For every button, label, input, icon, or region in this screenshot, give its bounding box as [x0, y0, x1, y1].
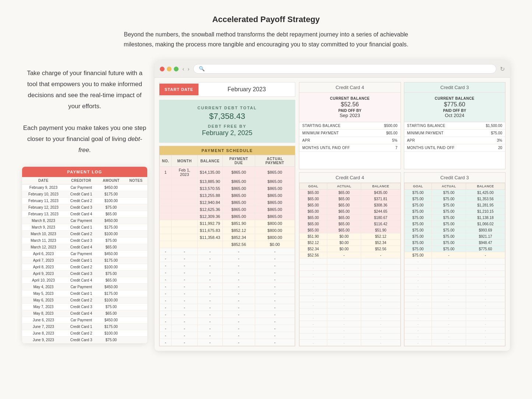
table-row: April 9, 2023Credit Card 3$75.00	[22, 270, 147, 277]
list-item: $75.00$75.00$1,281.95	[404, 202, 505, 208]
table-row: $11,358.43$852.34$800.00	[160, 234, 295, 241]
list-item: ---	[404, 327, 505, 333]
cc4-apr-label: APR	[299, 137, 374, 144]
list-item: $65.00$65.00$116.42	[300, 221, 401, 227]
cc4-column: Credit Card 4 CURRENT BALANCE $52.56 PAI…	[299, 82, 401, 346]
list-item: $65.00$65.00$180.67	[300, 215, 401, 221]
table-row: -----	[160, 283, 295, 290]
left-spreadsheet-panel: START DATE February 2023 CURRENT DEBT TO…	[159, 82, 295, 346]
list-item: ---	[404, 290, 505, 296]
list-item: ---	[300, 271, 401, 277]
list-item: $75.00$75.00$993.69	[404, 227, 505, 233]
dot-red[interactable]	[160, 67, 165, 71]
list-item: ---	[404, 340, 505, 346]
list-item: $75.00$75.00$1,066.02	[404, 221, 505, 227]
payment-schedule-title: PAYMENT SCHEDULE	[159, 146, 295, 155]
cc4-summary: CURRENT BALANCE $52.56 PAID OFF BY Sep 2…	[299, 93, 401, 122]
browser-nav: ‹ ›	[182, 65, 190, 73]
list-item: $75.00$75.00$1,353.56	[404, 196, 505, 202]
table-row: April 10, 2023Credit Card 4$65.00	[22, 277, 147, 283]
list-item: ---	[404, 258, 505, 265]
search-icon: 🔍	[199, 66, 205, 72]
cc3-info-card: Credit Card 3 CURRENT BALANCE $775.60 PA…	[404, 82, 506, 169]
table-row: February 12, 2023Credit Card 3$75.00	[22, 204, 147, 211]
cc3-paidoff-label: PAID OFF BY	[408, 109, 502, 113]
list-item: ---	[404, 283, 505, 290]
payment-log-table: DATE CREDITOR AMOUNT NOTES February 9, 2…	[22, 177, 147, 343]
list-item: ---	[300, 315, 401, 321]
cc4-sched-goal: GOAL	[300, 183, 327, 190]
list-item: $75.00$75.00$1,210.15	[404, 208, 505, 215]
list-item: ---	[404, 271, 505, 277]
log-col-creditor: CREDITOR	[65, 177, 98, 184]
table-row: -----	[160, 269, 295, 276]
list-item: $65.00$65.00$435.00	[300, 190, 401, 196]
subtitle-line1: Beyond the numbers, the snowball method …	[124, 31, 408, 38]
cc3-starting-value: $1,500.00	[475, 122, 505, 130]
table-row: -----	[160, 332, 295, 339]
refresh-icon[interactable]: ↻	[500, 66, 505, 73]
list-item: ---	[300, 277, 401, 283]
dot-green[interactable]	[174, 67, 179, 71]
cc4-schedule-header: Credit Card 4	[299, 173, 401, 183]
list-item: ---	[300, 327, 401, 333]
back-icon[interactable]: ‹	[182, 65, 184, 73]
cc4-paidoff-date: Sep 2023	[303, 113, 397, 118]
cc4-months-label: MONTHS UNTIL PAID OFF	[299, 144, 374, 152]
table-row: -----	[160, 325, 295, 332]
spreadsheet-content: START DATE February 2023 CURRENT DEBT TO…	[155, 78, 510, 351]
table-row: -----	[160, 318, 295, 325]
browser-toolbar: ‹ › 🔍 ↻	[155, 60, 510, 78]
table-row: March 11, 2023Credit Card 3$75.00	[22, 237, 147, 244]
forward-icon[interactable]: ›	[187, 65, 190, 73]
payment-log-title: PAYMENT LOG	[22, 167, 147, 177]
table-row: March 9, 2023Credit Card 1$175.00	[22, 224, 147, 230]
table-row: -----	[160, 276, 295, 283]
debt-total-label: CURRENT DEBT TOTAL	[165, 106, 289, 110]
table-row: -----	[160, 297, 295, 304]
cc4-min-value: $65.00	[374, 130, 401, 137]
browser-search-bar[interactable]: 🔍	[193, 64, 496, 74]
main-content: Take charge of your financial future wit…	[22, 60, 510, 351]
left-column: Take charge of your financial future wit…	[22, 60, 147, 351]
cc3-months-label: MONTHS UNTIL PAID OFF	[404, 144, 476, 152]
cc3-sched-balance: BALANCE	[466, 183, 505, 190]
cc3-sched-goal: GOAL	[404, 183, 432, 190]
cc4-header: Credit Card 4	[299, 82, 401, 93]
start-date-label: START DATE	[159, 84, 198, 95]
table-row: -----	[160, 262, 295, 269]
cc4-schedule-card: Credit Card 4 GOAL ACTUAL BALANCE $65	[299, 172, 401, 346]
list-item: ---	[300, 258, 401, 265]
table-row: April 7, 2023Credit Card 1$175.00	[22, 257, 147, 264]
cc3-schedule-card: Credit Card 3 GOAL ACTUAL BALANCE $75	[404, 172, 506, 346]
table-row: February 11, 2023Credit Card 2$100.00	[22, 197, 147, 204]
list-item: ---	[404, 296, 505, 302]
table-row: March 8, 2023Car Payment$450.00	[22, 217, 147, 224]
table-row: -----	[160, 290, 295, 297]
cc3-months-value: 20	[475, 144, 505, 152]
dot-yellow[interactable]	[167, 67, 172, 71]
table-row: May 6, 2023Credit Card 2$100.00	[22, 297, 147, 303]
list-item: ---	[300, 265, 401, 271]
cc4-details-table: STARTING BALANCE$500.00 MINIMUM PAYMENT$…	[299, 122, 401, 152]
list-item: $75.00$75.00$775.60	[404, 246, 505, 252]
cc4-balance-label: CURRENT BALANCE	[303, 96, 397, 100]
list-item: ---	[404, 265, 505, 271]
table-row: -----	[160, 255, 295, 262]
right-panels: Credit Card 4 CURRENT BALANCE $52.56 PAI…	[299, 82, 505, 346]
log-col-amount: AMOUNT	[98, 177, 124, 184]
payment-log-card: PAYMENT LOG DATE CREDITOR AMOUNT NOTES F…	[22, 167, 147, 343]
list-item: ---	[404, 308, 505, 315]
cc4-starting-value: $500.00	[374, 122, 401, 130]
list-item: ---	[404, 333, 505, 340]
log-col-date: DATE	[22, 177, 65, 184]
cc3-balance-value: $775.60	[408, 101, 502, 108]
list-item: ---	[300, 333, 401, 340]
table-row: $12,940.84$865.00$865.00	[160, 199, 295, 206]
table-row: -----	[160, 248, 295, 255]
cc3-balance-label: CURRENT BALANCE	[408, 96, 502, 100]
list-item: $65.00$65.00$244.65	[300, 208, 401, 215]
cc4-sched-table: GOAL ACTUAL BALANCE $65.00$65.00$435.00$…	[299, 183, 401, 346]
table-row: May 8, 2023Credit Card 4$65.00	[22, 310, 147, 317]
list-item: ---	[404, 277, 505, 283]
